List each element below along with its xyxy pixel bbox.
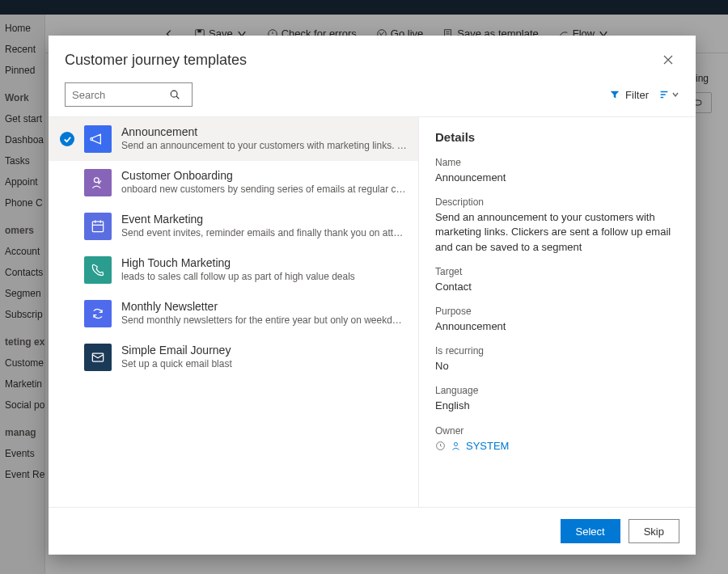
field-value-owner: SYSTEM bbox=[466, 440, 509, 452]
template-list: AnnouncementSend an announcement to your… bbox=[49, 117, 419, 507]
field-label-description: Description bbox=[435, 196, 679, 208]
mail-icon bbox=[84, 344, 112, 371]
field-value-recurring: No bbox=[435, 359, 679, 374]
sort-button[interactable] bbox=[658, 89, 679, 100]
details-header: Details bbox=[435, 130, 679, 144]
svg-point-7 bbox=[171, 91, 177, 97]
template-item[interactable]: Customer Onboardingonboard new customers… bbox=[49, 161, 418, 205]
close-button[interactable] bbox=[657, 49, 679, 71]
svg-point-8 bbox=[94, 178, 99, 183]
filter-button[interactable]: Filter bbox=[609, 89, 649, 101]
template-title: High Touch Marketing bbox=[121, 256, 407, 269]
dialog-title: Customer journey templates bbox=[65, 52, 247, 69]
person-icon bbox=[84, 169, 112, 196]
check-indicator bbox=[60, 263, 74, 277]
svg-rect-10 bbox=[92, 353, 103, 361]
template-item[interactable]: Monthly NewsletterSend monthly newslette… bbox=[49, 292, 418, 336]
filter-icon bbox=[609, 89, 620, 100]
search-input-wrap[interactable] bbox=[65, 82, 193, 107]
template-item[interactable]: AnnouncementSend an announcement to your… bbox=[49, 117, 418, 161]
template-description: Send monthly newsletters for the entire … bbox=[121, 314, 407, 326]
skip-button[interactable]: Skip bbox=[629, 519, 679, 543]
template-description: onboard new customers by sending series … bbox=[121, 184, 407, 195]
field-label-language: Language bbox=[435, 385, 679, 396]
template-item[interactable]: High Touch Marketingleads to sales call … bbox=[49, 248, 418, 292]
check-indicator bbox=[60, 219, 74, 234]
field-label-recurring: Is recurring bbox=[435, 345, 679, 357]
field-value-purpose: Announcement bbox=[435, 319, 679, 334]
person-icon bbox=[451, 441, 461, 451]
field-label-owner: Owner bbox=[435, 425, 679, 437]
clock-icon bbox=[435, 441, 446, 451]
field-label-purpose: Purpose bbox=[435, 306, 679, 317]
close-icon bbox=[662, 54, 674, 65]
field-label-name: Name bbox=[435, 157, 679, 168]
template-description: Send event invites, reminder emails and … bbox=[121, 227, 407, 238]
field-value-target: Contact bbox=[435, 280, 679, 294]
select-button[interactable]: Select bbox=[561, 519, 620, 543]
calendar-icon bbox=[84, 213, 112, 240]
phone-icon bbox=[84, 256, 112, 284]
template-item[interactable]: Event MarketingSend event invites, remin… bbox=[49, 205, 418, 248]
check-indicator bbox=[60, 350, 74, 365]
check-indicator bbox=[60, 175, 74, 190]
svg-rect-9 bbox=[92, 222, 103, 232]
sync-icon bbox=[84, 300, 112, 327]
sort-icon bbox=[658, 89, 670, 100]
template-title: Customer Onboarding bbox=[121, 169, 407, 182]
template-title: Event Marketing bbox=[121, 213, 407, 226]
template-title: Monthly Newsletter bbox=[121, 300, 407, 313]
svg-point-12 bbox=[454, 442, 457, 445]
field-value-description: Send an announcement to your customers w… bbox=[435, 210, 679, 255]
megaphone-icon bbox=[84, 125, 112, 153]
template-picker-dialog: Customer journey templates Filter Announ… bbox=[49, 36, 696, 555]
check-indicator bbox=[60, 306, 74, 321]
template-title: Simple Email Journey bbox=[121, 344, 407, 357]
search-icon bbox=[169, 89, 180, 100]
field-value-language: English bbox=[435, 399, 679, 413]
details-pane: Details Name Announcement Description Se… bbox=[419, 117, 696, 507]
search-input[interactable] bbox=[72, 89, 169, 101]
template-description: Set up a quick email blast bbox=[121, 358, 407, 369]
check-indicator bbox=[60, 132, 74, 146]
filter-label: Filter bbox=[625, 89, 649, 101]
chevron-down-icon bbox=[671, 91, 679, 99]
template-title: Announcement bbox=[121, 125, 407, 138]
template-item[interactable]: Simple Email JourneySet up a quick email… bbox=[49, 336, 418, 379]
field-value-name: Announcement bbox=[435, 171, 679, 185]
template-description: Send an announcement to your customers w… bbox=[121, 140, 407, 151]
field-label-target: Target bbox=[435, 266, 679, 277]
template-description: leads to sales call follow up as part of… bbox=[121, 271, 407, 282]
